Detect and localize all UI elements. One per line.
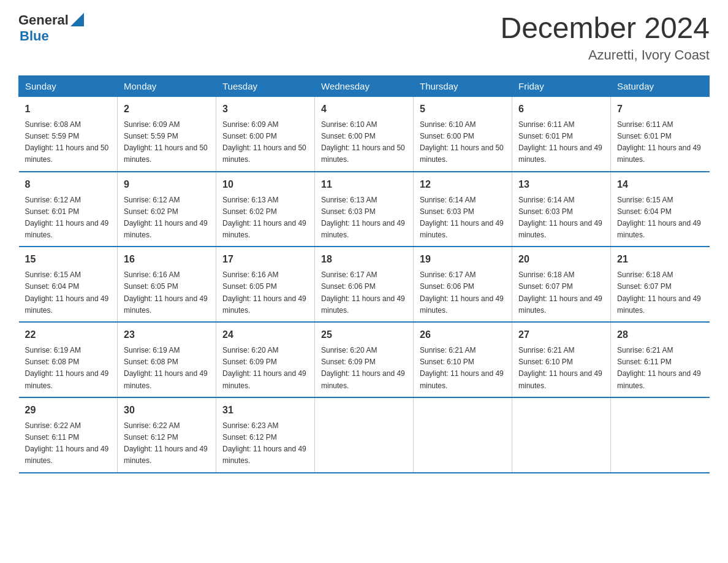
day-number: 31 — [222, 403, 308, 418]
calendar-cell: 21 Sunrise: 6:18 AMSunset: 6:07 PMDaylig… — [611, 247, 710, 322]
day-number: 29 — [25, 403, 112, 418]
calendar-cell: 15 Sunrise: 6:15 AMSunset: 6:04 PMDaylig… — [19, 247, 118, 322]
svg-marker-0 — [70, 13, 84, 26]
calendar-cell: 10 Sunrise: 6:13 AMSunset: 6:02 PMDaylig… — [216, 172, 315, 247]
day-number: 15 — [25, 252, 112, 267]
calendar-cell: 20 Sunrise: 6:18 AMSunset: 6:07 PMDaylig… — [512, 247, 611, 322]
day-info: Sunrise: 6:08 AMSunset: 5:59 PMDaylight:… — [25, 120, 109, 164]
day-info: Sunrise: 6:21 AMSunset: 6:10 PMDaylight:… — [518, 346, 602, 390]
day-number: 8 — [25, 177, 112, 192]
day-info: Sunrise: 6:14 AMSunset: 6:03 PMDaylight:… — [420, 196, 504, 240]
day-number: 21 — [617, 252, 703, 267]
day-info: Sunrise: 6:12 AMSunset: 6:01 PMDaylight:… — [25, 196, 109, 240]
calendar-cell: 7 Sunrise: 6:11 AMSunset: 6:01 PMDayligh… — [611, 96, 710, 171]
day-number: 18 — [321, 252, 407, 267]
day-info: Sunrise: 6:19 AMSunset: 6:08 PMDaylight:… — [25, 346, 109, 390]
calendar-cell — [414, 397, 512, 473]
day-info: Sunrise: 6:22 AMSunset: 6:11 PMDaylight:… — [25, 421, 109, 465]
logo-blue-text: Blue — [20, 28, 84, 44]
calendar-cell: 18 Sunrise: 6:17 AMSunset: 6:06 PMDaylig… — [315, 247, 414, 322]
day-number: 3 — [222, 102, 308, 117]
day-number: 12 — [420, 177, 506, 192]
day-info: Sunrise: 6:18 AMSunset: 6:07 PMDaylight:… — [617, 270, 701, 315]
day-number: 2 — [124, 102, 210, 117]
day-info: Sunrise: 6:22 AMSunset: 6:12 PMDaylight:… — [124, 421, 208, 465]
day-info: Sunrise: 6:16 AMSunset: 6:05 PMDaylight:… — [222, 270, 306, 315]
title-section: December 2024 Azuretti, Ivory Coast — [500, 12, 710, 63]
calendar-cell: 31 Sunrise: 6:23 AMSunset: 6:12 PMDaylig… — [216, 397, 315, 473]
calendar-cell: 29 Sunrise: 6:22 AMSunset: 6:11 PMDaylig… — [19, 397, 118, 473]
calendar-cell: 11 Sunrise: 6:13 AMSunset: 6:03 PMDaylig… — [315, 172, 414, 247]
calendar-cell: 25 Sunrise: 6:20 AMSunset: 6:09 PMDaylig… — [315, 322, 414, 397]
day-number: 13 — [518, 177, 604, 192]
calendar-week-row: 29 Sunrise: 6:22 AMSunset: 6:11 PMDaylig… — [19, 397, 710, 473]
day-info: Sunrise: 6:19 AMSunset: 6:08 PMDaylight:… — [124, 346, 208, 390]
header-sunday: Sunday — [19, 75, 118, 96]
header-friday: Friday — [512, 75, 611, 96]
day-info: Sunrise: 6:17 AMSunset: 6:06 PMDaylight:… — [420, 270, 504, 315]
day-info: Sunrise: 6:15 AMSunset: 6:04 PMDaylight:… — [25, 270, 109, 315]
day-info: Sunrise: 6:11 AMSunset: 6:01 PMDaylight:… — [617, 120, 701, 164]
calendar-cell: 19 Sunrise: 6:17 AMSunset: 6:06 PMDaylig… — [414, 247, 512, 322]
day-number: 17 — [222, 252, 308, 267]
day-info: Sunrise: 6:15 AMSunset: 6:04 PMDaylight:… — [617, 196, 701, 240]
day-info: Sunrise: 6:09 AMSunset: 5:59 PMDaylight:… — [124, 120, 208, 164]
day-info: Sunrise: 6:11 AMSunset: 6:01 PMDaylight:… — [518, 120, 602, 164]
day-info: Sunrise: 6:16 AMSunset: 6:05 PMDaylight:… — [124, 270, 208, 315]
header-wednesday: Wednesday — [315, 75, 414, 96]
day-number: 9 — [124, 177, 210, 192]
calendar-cell: 13 Sunrise: 6:14 AMSunset: 6:03 PMDaylig… — [512, 172, 611, 247]
calendar-cell: 24 Sunrise: 6:20 AMSunset: 6:09 PMDaylig… — [216, 322, 315, 397]
calendar-cell: 14 Sunrise: 6:15 AMSunset: 6:04 PMDaylig… — [611, 172, 710, 247]
day-number: 27 — [518, 327, 604, 342]
day-number: 16 — [124, 252, 210, 267]
calendar-cell: 1 Sunrise: 6:08 AMSunset: 5:59 PMDayligh… — [19, 96, 118, 171]
day-number: 22 — [25, 327, 112, 342]
calendar-cell: 3 Sunrise: 6:09 AMSunset: 6:00 PMDayligh… — [216, 96, 315, 171]
calendar-week-row: 22 Sunrise: 6:19 AMSunset: 6:08 PMDaylig… — [19, 322, 710, 397]
location-title: Azuretti, Ivory Coast — [500, 47, 710, 63]
calendar-table: SundayMondayTuesdayWednesdayThursdayFrid… — [18, 75, 710, 473]
day-number: 23 — [124, 327, 210, 342]
day-info: Sunrise: 6:21 AMSunset: 6:10 PMDaylight:… — [420, 346, 504, 390]
calendar-cell: 28 Sunrise: 6:21 AMSunset: 6:11 PMDaylig… — [611, 322, 710, 397]
day-info: Sunrise: 6:10 AMSunset: 6:00 PMDaylight:… — [321, 120, 405, 164]
calendar-cell: 26 Sunrise: 6:21 AMSunset: 6:10 PMDaylig… — [414, 322, 512, 397]
calendar-cell: 12 Sunrise: 6:14 AMSunset: 6:03 PMDaylig… — [414, 172, 512, 247]
day-number: 20 — [518, 252, 604, 267]
logo: General Blue — [18, 12, 84, 44]
calendar-cell: 27 Sunrise: 6:21 AMSunset: 6:10 PMDaylig… — [512, 322, 611, 397]
day-info: Sunrise: 6:10 AMSunset: 6:00 PMDaylight:… — [420, 120, 504, 164]
calendar-cell — [611, 397, 710, 473]
day-number: 7 — [617, 102, 703, 117]
page-header: General Blue December 2024 Azuretti, Ivo… — [18, 12, 710, 63]
day-number: 5 — [420, 102, 506, 117]
day-number: 26 — [420, 327, 506, 342]
day-number: 14 — [617, 177, 703, 192]
calendar-cell: 16 Sunrise: 6:16 AMSunset: 6:05 PMDaylig… — [118, 247, 216, 322]
day-info: Sunrise: 6:13 AMSunset: 6:02 PMDaylight:… — [222, 196, 306, 240]
day-number: 25 — [321, 327, 407, 342]
calendar-cell — [512, 397, 611, 473]
logo-general-text: General — [18, 12, 69, 28]
day-number: 11 — [321, 177, 407, 192]
day-info: Sunrise: 6:13 AMSunset: 6:03 PMDaylight:… — [321, 196, 405, 240]
calendar-cell: 2 Sunrise: 6:09 AMSunset: 5:59 PMDayligh… — [118, 96, 216, 171]
calendar-week-row: 1 Sunrise: 6:08 AMSunset: 5:59 PMDayligh… — [19, 96, 710, 171]
day-number: 1 — [25, 102, 112, 117]
calendar-cell: 23 Sunrise: 6:19 AMSunset: 6:08 PMDaylig… — [118, 322, 216, 397]
day-info: Sunrise: 6:14 AMSunset: 6:03 PMDaylight:… — [518, 196, 602, 240]
calendar-cell — [315, 397, 414, 473]
calendar-header-row: SundayMondayTuesdayWednesdayThursdayFrid… — [19, 75, 710, 96]
calendar-cell: 5 Sunrise: 6:10 AMSunset: 6:00 PMDayligh… — [414, 96, 512, 171]
day-info: Sunrise: 6:12 AMSunset: 6:02 PMDaylight:… — [124, 196, 208, 240]
calendar-cell: 4 Sunrise: 6:10 AMSunset: 6:00 PMDayligh… — [315, 96, 414, 171]
calendar-week-row: 15 Sunrise: 6:15 AMSunset: 6:04 PMDaylig… — [19, 247, 710, 322]
calendar-cell: 9 Sunrise: 6:12 AMSunset: 6:02 PMDayligh… — [118, 172, 216, 247]
calendar-cell: 17 Sunrise: 6:16 AMSunset: 6:05 PMDaylig… — [216, 247, 315, 322]
header-saturday: Saturday — [611, 75, 710, 96]
day-number: 6 — [518, 102, 604, 117]
day-info: Sunrise: 6:17 AMSunset: 6:06 PMDaylight:… — [321, 270, 405, 315]
day-info: Sunrise: 6:20 AMSunset: 6:09 PMDaylight:… — [222, 346, 306, 390]
day-number: 24 — [222, 327, 308, 342]
